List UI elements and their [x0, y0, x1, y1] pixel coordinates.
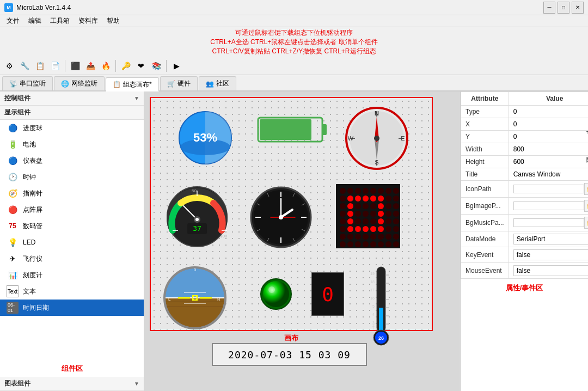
- toolbar-sep-3: [166, 60, 167, 72]
- digit-display-widget[interactable]: 0: [311, 272, 344, 316]
- attr-value-bgimagepath[interactable]: 📁: [509, 198, 588, 215]
- attr-row-y: Y: [461, 131, 589, 143]
- comp-battery-label: 电池: [23, 140, 36, 149]
- attr-value-mouseevent[interactable]: false true: [509, 263, 588, 279]
- comp-dot-matrix[interactable]: 🔴 点阵屏: [0, 201, 144, 218]
- canvas-scroll-area[interactable]: 53%: [144, 91, 460, 391]
- toolbar-btn-6[interactable]: 🔥: [99, 59, 113, 73]
- attr-value-width[interactable]: [509, 143, 588, 156]
- clock-widget[interactable]: [249, 185, 313, 251]
- toolbar-btn-5[interactable]: 📤: [83, 59, 97, 73]
- attr-label-bgimagepath: BgImageP...: [461, 198, 509, 215]
- thermometer-widget[interactable]: 19 18 17 16 5 4 3 2 1: [366, 264, 396, 350]
- comp-text[interactable]: Text 文本: [0, 283, 144, 300]
- window-controls: ─ □ ✕: [543, 2, 584, 14]
- attr-label-iconpath: IconPath: [461, 181, 509, 198]
- svg-point-50: [279, 215, 283, 219]
- comp-battery[interactable]: 🔋 电池: [0, 136, 144, 152]
- attr-value-iconpath[interactable]: 📁: [509, 181, 588, 198]
- compass-widget[interactable]: N S W E: [344, 106, 409, 173]
- comp-attitude[interactable]: ✈ 飞行仪: [0, 251, 144, 267]
- display-components-header[interactable]: 显示组件: [0, 106, 144, 120]
- attr-row-keyevent: KeyEvent false true: [461, 247, 589, 263]
- toolbar-btn-4[interactable]: ⬛: [68, 59, 82, 73]
- comp-gauge[interactable]: 🔵 仪表盘: [0, 152, 144, 169]
- attr-label-width: Width: [461, 143, 509, 156]
- toolbar-btn-7[interactable]: 🔑: [119, 59, 133, 73]
- comp-led[interactable]: 💡 LED: [0, 234, 144, 251]
- attr-row-datamode: DataMode SerialPort Network: [461, 231, 589, 247]
- attr-value-height[interactable]: [509, 156, 588, 168]
- led-matrix-widget[interactable]: [336, 184, 400, 250]
- bgmusicpath-input[interactable]: [513, 218, 584, 227]
- canvas-board[interactable]: 53%: [150, 97, 433, 331]
- attr-value-title[interactable]: [509, 168, 588, 181]
- tab-canvas[interactable]: 📋 组态画布*: [106, 77, 159, 91]
- bgimagepath-input[interactable]: [513, 201, 584, 210]
- announce-bar: 可通过鼠标右键下载组态下位机驱动程序 CTRL+A全选 CTRL+鼠标左键点击选…: [0, 27, 588, 57]
- width-input[interactable]: [513, 145, 588, 153]
- chart-components-header[interactable]: 图表组件 ▼: [0, 377, 144, 391]
- mouseevent-select[interactable]: false true: [513, 265, 588, 276]
- comp-scale[interactable]: 📊 刻度计: [0, 267, 144, 283]
- toolbar-btn-8[interactable]: ❤: [134, 59, 148, 73]
- comp-led-label: LED: [23, 239, 35, 246]
- tab-serial[interactable]: 📡 串口监听: [2, 76, 53, 90]
- progress-circle-widget[interactable]: 53%: [175, 108, 235, 169]
- canvas-area: 53%: [144, 91, 460, 391]
- close-button[interactable]: ✕: [572, 2, 584, 14]
- attr-value-keyevent[interactable]: false true: [509, 247, 588, 263]
- toolbar-btn-10[interactable]: ▶: [169, 59, 183, 73]
- menu-edit[interactable]: 编辑: [24, 15, 46, 27]
- attr-value-type[interactable]: [509, 106, 588, 118]
- iconpath-input[interactable]: [513, 185, 584, 193]
- maximize-button[interactable]: □: [558, 2, 569, 14]
- comp-clock[interactable]: 🕐 时钟: [0, 169, 144, 185]
- attr-value-y[interactable]: [509, 131, 588, 143]
- tab-hardware[interactable]: 🛒 硬件: [160, 76, 198, 90]
- control-components-header[interactable]: 控制组件 ▼: [0, 91, 144, 106]
- comp-compass[interactable]: 🧭 指南针: [0, 185, 144, 201]
- minimize-button[interactable]: ─: [543, 2, 555, 14]
- menu-file[interactable]: 文件: [2, 15, 24, 27]
- attr-value-x[interactable]: [509, 118, 588, 131]
- svg-text:18: 18: [370, 280, 375, 284]
- app-icon: M: [4, 3, 13, 12]
- announce-line3: CTRL+C/V复制粘贴 CTRL+Z/Y撤恢复 CTRL+R运行组态: [0, 47, 588, 56]
- attitude-widget[interactable]: 0 R L: [163, 266, 227, 332]
- gauge-widget[interactable]: 37 0 50 100: [164, 184, 230, 251]
- keyevent-select[interactable]: false true: [513, 249, 588, 260]
- bgmusicpath-browse-button[interactable]: 📁: [584, 217, 588, 229]
- tab-community[interactable]: 👥 社区: [199, 76, 236, 90]
- tab-network[interactable]: 🌐 网络监听: [54, 76, 105, 90]
- toolbar-btn-2[interactable]: 📋: [33, 59, 47, 73]
- type-input[interactable]: [513, 108, 588, 115]
- tab-bar: 📡 串口监听 🌐 网络监听 📋 组态画布* 🛒 硬件 👥 社区: [0, 75, 588, 91]
- attr-value-bgmusicpath[interactable]: 📁: [509, 215, 588, 231]
- comp-datetime[interactable]: 06-01 时间日期: [0, 300, 144, 316]
- iconpath-browse-button[interactable]: 📁: [584, 183, 588, 195]
- y-input[interactable]: [513, 133, 588, 140]
- attribute-table: Attribute Value Type X Y: [461, 91, 588, 279]
- svg-point-70: [263, 281, 289, 307]
- datamode-select[interactable]: SerialPort Network: [513, 234, 588, 245]
- attr-label-title: Title: [461, 168, 509, 181]
- menu-help[interactable]: 帮助: [102, 15, 124, 27]
- comp-digital-tube[interactable]: 75 数码管: [0, 218, 144, 234]
- comp-progress-ball[interactable]: 🔵 进度球: [0, 120, 144, 136]
- toolbar: ⚙ 🔧 📋 📄 ⬛ 📤 🔥 🔑 ❤ 📚 ▶: [0, 57, 588, 75]
- height-input[interactable]: [513, 158, 588, 166]
- toolbar-btn-3[interactable]: 📄: [48, 59, 62, 73]
- menu-library[interactable]: 资料库: [74, 15, 102, 27]
- bgimagepath-browse-button[interactable]: 📁: [584, 200, 588, 212]
- title-input[interactable]: [513, 170, 588, 178]
- datetime-display-widget[interactable]: 2020-07-03 15 03 09: [212, 343, 367, 366]
- attr-value-datamode[interactable]: SerialPort Network: [509, 231, 588, 247]
- menu-tools[interactable]: 工具箱: [46, 15, 74, 27]
- battery-widget[interactable]: [257, 113, 328, 148]
- toolbar-btn-9[interactable]: 📚: [149, 59, 163, 73]
- toolbar-btn-0[interactable]: ⚙: [2, 59, 16, 73]
- toolbar-btn-1[interactable]: 🔧: [17, 59, 32, 73]
- x-input[interactable]: [513, 120, 588, 128]
- led-green-widget[interactable]: [259, 277, 294, 314]
